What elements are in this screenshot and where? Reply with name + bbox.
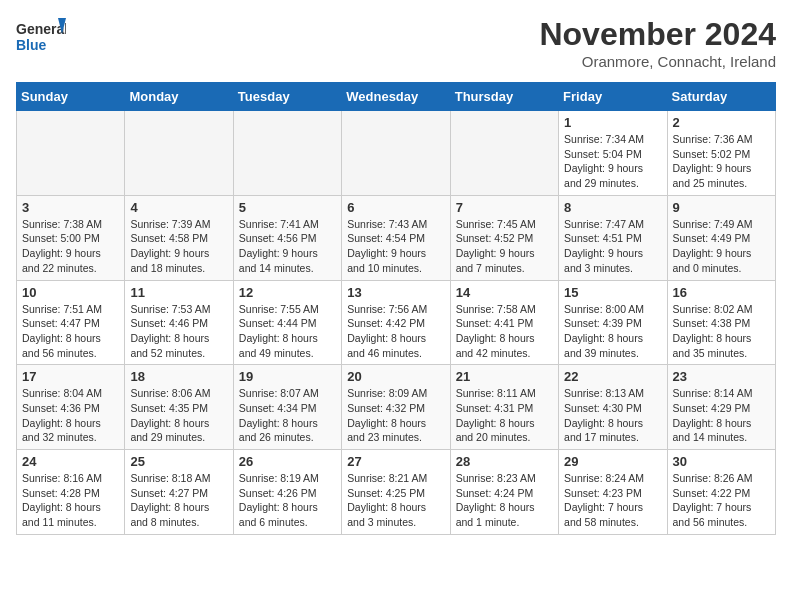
calendar-cell: 1Sunrise: 7:34 AMSunset: 5:04 PMDaylight… bbox=[559, 111, 667, 196]
day-number: 11 bbox=[130, 285, 227, 300]
calendar-week-1: 1Sunrise: 7:34 AMSunset: 5:04 PMDaylight… bbox=[17, 111, 776, 196]
calendar-cell: 3Sunrise: 7:38 AMSunset: 5:00 PMDaylight… bbox=[17, 195, 125, 280]
calendar-cell: 24Sunrise: 8:16 AMSunset: 4:28 PMDayligh… bbox=[17, 450, 125, 535]
day-number: 25 bbox=[130, 454, 227, 469]
day-number: 20 bbox=[347, 369, 444, 384]
day-info: Sunrise: 8:18 AMSunset: 4:27 PMDaylight:… bbox=[130, 471, 227, 530]
calendar-cell bbox=[450, 111, 558, 196]
day-number: 18 bbox=[130, 369, 227, 384]
day-info: Sunrise: 8:16 AMSunset: 4:28 PMDaylight:… bbox=[22, 471, 119, 530]
calendar-cell: 26Sunrise: 8:19 AMSunset: 4:26 PMDayligh… bbox=[233, 450, 341, 535]
month-title: November 2024 bbox=[539, 16, 776, 53]
calendar-cell: 8Sunrise: 7:47 AMSunset: 4:51 PMDaylight… bbox=[559, 195, 667, 280]
day-info: Sunrise: 8:13 AMSunset: 4:30 PMDaylight:… bbox=[564, 386, 661, 445]
calendar-cell: 21Sunrise: 8:11 AMSunset: 4:31 PMDayligh… bbox=[450, 365, 558, 450]
calendar-header: SundayMondayTuesdayWednesdayThursdayFrid… bbox=[17, 83, 776, 111]
day-info: Sunrise: 7:55 AMSunset: 4:44 PMDaylight:… bbox=[239, 302, 336, 361]
day-number: 17 bbox=[22, 369, 119, 384]
day-info: Sunrise: 8:14 AMSunset: 4:29 PMDaylight:… bbox=[673, 386, 770, 445]
day-info: Sunrise: 8:00 AMSunset: 4:39 PMDaylight:… bbox=[564, 302, 661, 361]
calendar-table: SundayMondayTuesdayWednesdayThursdayFrid… bbox=[16, 82, 776, 535]
calendar-cell: 15Sunrise: 8:00 AMSunset: 4:39 PMDayligh… bbox=[559, 280, 667, 365]
calendar-cell: 29Sunrise: 8:24 AMSunset: 4:23 PMDayligh… bbox=[559, 450, 667, 535]
day-number: 4 bbox=[130, 200, 227, 215]
day-info: Sunrise: 7:51 AMSunset: 4:47 PMDaylight:… bbox=[22, 302, 119, 361]
day-info: Sunrise: 8:11 AMSunset: 4:31 PMDaylight:… bbox=[456, 386, 553, 445]
day-info: Sunrise: 8:19 AMSunset: 4:26 PMDaylight:… bbox=[239, 471, 336, 530]
calendar-week-2: 3Sunrise: 7:38 AMSunset: 5:00 PMDaylight… bbox=[17, 195, 776, 280]
day-number: 1 bbox=[564, 115, 661, 130]
day-number: 23 bbox=[673, 369, 770, 384]
calendar-cell: 14Sunrise: 7:58 AMSunset: 4:41 PMDayligh… bbox=[450, 280, 558, 365]
calendar-cell: 4Sunrise: 7:39 AMSunset: 4:58 PMDaylight… bbox=[125, 195, 233, 280]
day-of-week-tuesday: Tuesday bbox=[233, 83, 341, 111]
calendar-week-3: 10Sunrise: 7:51 AMSunset: 4:47 PMDayligh… bbox=[17, 280, 776, 365]
day-of-week-thursday: Thursday bbox=[450, 83, 558, 111]
day-of-week-saturday: Saturday bbox=[667, 83, 775, 111]
day-number: 26 bbox=[239, 454, 336, 469]
title-area: November 2024 Oranmore, Connacht, Irelan… bbox=[539, 16, 776, 70]
day-number: 9 bbox=[673, 200, 770, 215]
day-info: Sunrise: 7:38 AMSunset: 5:00 PMDaylight:… bbox=[22, 217, 119, 276]
calendar-cell: 22Sunrise: 8:13 AMSunset: 4:30 PMDayligh… bbox=[559, 365, 667, 450]
day-info: Sunrise: 8:09 AMSunset: 4:32 PMDaylight:… bbox=[347, 386, 444, 445]
day-info: Sunrise: 7:56 AMSunset: 4:42 PMDaylight:… bbox=[347, 302, 444, 361]
day-number: 5 bbox=[239, 200, 336, 215]
calendar-cell: 2Sunrise: 7:36 AMSunset: 5:02 PMDaylight… bbox=[667, 111, 775, 196]
logo: GeneralBlue bbox=[16, 16, 66, 56]
logo-icon: GeneralBlue bbox=[16, 16, 66, 56]
day-number: 27 bbox=[347, 454, 444, 469]
day-of-week-monday: Monday bbox=[125, 83, 233, 111]
day-number: 16 bbox=[673, 285, 770, 300]
day-info: Sunrise: 7:41 AMSunset: 4:56 PMDaylight:… bbox=[239, 217, 336, 276]
day-info: Sunrise: 8:23 AMSunset: 4:24 PMDaylight:… bbox=[456, 471, 553, 530]
calendar-cell: 11Sunrise: 7:53 AMSunset: 4:46 PMDayligh… bbox=[125, 280, 233, 365]
day-number: 29 bbox=[564, 454, 661, 469]
day-info: Sunrise: 7:45 AMSunset: 4:52 PMDaylight:… bbox=[456, 217, 553, 276]
day-number: 2 bbox=[673, 115, 770, 130]
calendar-cell: 5Sunrise: 7:41 AMSunset: 4:56 PMDaylight… bbox=[233, 195, 341, 280]
day-info: Sunrise: 8:04 AMSunset: 4:36 PMDaylight:… bbox=[22, 386, 119, 445]
day-info: Sunrise: 7:43 AMSunset: 4:54 PMDaylight:… bbox=[347, 217, 444, 276]
day-info: Sunrise: 8:02 AMSunset: 4:38 PMDaylight:… bbox=[673, 302, 770, 361]
calendar-cell bbox=[125, 111, 233, 196]
header-row: SundayMondayTuesdayWednesdayThursdayFrid… bbox=[17, 83, 776, 111]
day-number: 30 bbox=[673, 454, 770, 469]
calendar-cell: 12Sunrise: 7:55 AMSunset: 4:44 PMDayligh… bbox=[233, 280, 341, 365]
day-of-week-sunday: Sunday bbox=[17, 83, 125, 111]
day-of-week-friday: Friday bbox=[559, 83, 667, 111]
day-number: 12 bbox=[239, 285, 336, 300]
calendar-cell: 30Sunrise: 8:26 AMSunset: 4:22 PMDayligh… bbox=[667, 450, 775, 535]
day-number: 21 bbox=[456, 369, 553, 384]
day-info: Sunrise: 7:53 AMSunset: 4:46 PMDaylight:… bbox=[130, 302, 227, 361]
day-info: Sunrise: 8:26 AMSunset: 4:22 PMDaylight:… bbox=[673, 471, 770, 530]
calendar-cell: 7Sunrise: 7:45 AMSunset: 4:52 PMDaylight… bbox=[450, 195, 558, 280]
day-info: Sunrise: 7:34 AMSunset: 5:04 PMDaylight:… bbox=[564, 132, 661, 191]
location-title: Oranmore, Connacht, Ireland bbox=[539, 53, 776, 70]
day-info: Sunrise: 8:21 AMSunset: 4:25 PMDaylight:… bbox=[347, 471, 444, 530]
day-number: 19 bbox=[239, 369, 336, 384]
day-of-week-wednesday: Wednesday bbox=[342, 83, 450, 111]
svg-text:Blue: Blue bbox=[16, 37, 47, 53]
day-number: 14 bbox=[456, 285, 553, 300]
day-number: 28 bbox=[456, 454, 553, 469]
calendar-cell: 6Sunrise: 7:43 AMSunset: 4:54 PMDaylight… bbox=[342, 195, 450, 280]
day-number: 6 bbox=[347, 200, 444, 215]
calendar-body: 1Sunrise: 7:34 AMSunset: 5:04 PMDaylight… bbox=[17, 111, 776, 535]
calendar-cell: 9Sunrise: 7:49 AMSunset: 4:49 PMDaylight… bbox=[667, 195, 775, 280]
calendar-cell: 16Sunrise: 8:02 AMSunset: 4:38 PMDayligh… bbox=[667, 280, 775, 365]
calendar-cell: 18Sunrise: 8:06 AMSunset: 4:35 PMDayligh… bbox=[125, 365, 233, 450]
calendar-cell: 25Sunrise: 8:18 AMSunset: 4:27 PMDayligh… bbox=[125, 450, 233, 535]
calendar-cell bbox=[342, 111, 450, 196]
calendar-cell: 13Sunrise: 7:56 AMSunset: 4:42 PMDayligh… bbox=[342, 280, 450, 365]
calendar-cell: 17Sunrise: 8:04 AMSunset: 4:36 PMDayligh… bbox=[17, 365, 125, 450]
day-number: 22 bbox=[564, 369, 661, 384]
calendar-cell bbox=[233, 111, 341, 196]
calendar-cell: 27Sunrise: 8:21 AMSunset: 4:25 PMDayligh… bbox=[342, 450, 450, 535]
svg-text:General: General bbox=[16, 21, 66, 37]
day-info: Sunrise: 7:58 AMSunset: 4:41 PMDaylight:… bbox=[456, 302, 553, 361]
calendar-week-4: 17Sunrise: 8:04 AMSunset: 4:36 PMDayligh… bbox=[17, 365, 776, 450]
day-number: 15 bbox=[564, 285, 661, 300]
day-number: 24 bbox=[22, 454, 119, 469]
header: GeneralBlue November 2024 Oranmore, Conn… bbox=[16, 16, 776, 70]
